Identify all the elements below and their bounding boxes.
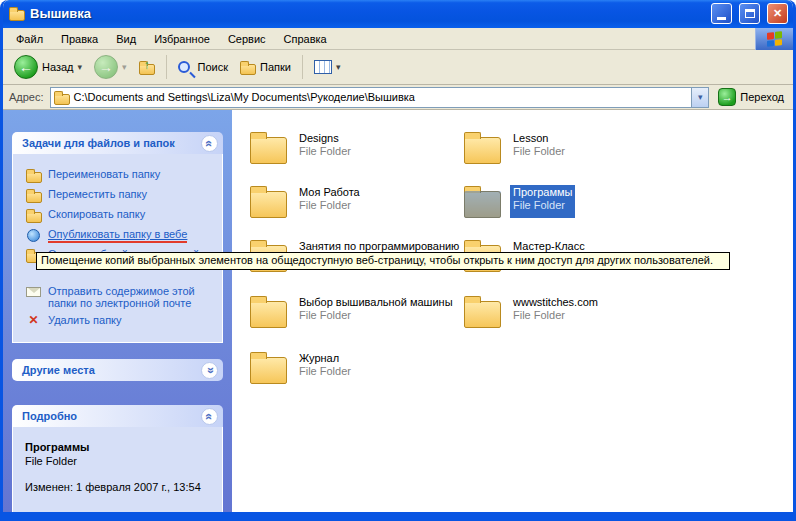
search-icon	[178, 61, 190, 73]
back-button[interactable]: ← Назад ▾	[9, 52, 87, 82]
explorer-window: Вышивка ✕ Файл Правка Вид Избранное Серв…	[0, 0, 796, 521]
details-header[interactable]: Подробно «	[12, 405, 223, 427]
window-title: Вышивка	[30, 6, 704, 21]
views-button[interactable]: ▾	[309, 57, 346, 77]
menu-favorites[interactable]: Избранное	[145, 30, 219, 48]
menu-help[interactable]: Справка	[275, 30, 336, 48]
chevron-down-icon: ▾	[698, 92, 703, 102]
address-label: Адрес:	[9, 91, 44, 103]
up-folder-icon: ↑	[139, 64, 155, 75]
folder-programmy-selected[interactable]: Программы File Folder	[464, 185, 575, 218]
other-places-title: Другие места	[22, 364, 95, 376]
folder-type: File Folder	[299, 145, 351, 157]
folder-type: File Folder	[513, 199, 565, 211]
menu-file[interactable]: Файл	[7, 30, 52, 48]
search-button[interactable]: Поиск	[173, 58, 233, 76]
windows-flag-icon	[767, 31, 782, 47]
task-move-label[interactable]: Переместить папку	[48, 188, 147, 200]
folder-vybor-mashiny[interactable]: Выбор вышивальной машины File Folder	[250, 295, 456, 328]
folder-icon	[464, 191, 501, 218]
folder-lesson[interactable]: Lesson File Folder	[464, 131, 568, 164]
views-icon	[314, 60, 332, 74]
address-input[interactable]: C:\Documents and Settings\Liza\My Docume…	[50, 87, 710, 108]
folder-type: File Folder	[299, 199, 351, 211]
go-label: Переход	[740, 91, 784, 103]
details-folder-name: Программы	[25, 441, 216, 453]
task-copy-folder[interactable]: Скопировать папку	[25, 208, 216, 223]
file-folder-tasks-body: Переименовать папку Переместить папку Ск…	[12, 154, 223, 343]
menu-tools[interactable]: Сервис	[219, 30, 275, 48]
folder-designs[interactable]: Designs File Folder	[250, 131, 354, 164]
task-email-folder[interactable]: Отправить содержимое этой папки по элект…	[25, 285, 216, 309]
folder-icon	[250, 137, 287, 164]
folder-icon	[464, 301, 501, 328]
folder-view: Designs File Folder Lesson File Folder М…	[232, 110, 793, 512]
maximize-button[interactable]	[739, 3, 760, 24]
folder-icon	[250, 301, 287, 328]
folder-name: Журнал	[299, 352, 339, 364]
file-folder-tasks-title: Задачи для файлов и папок	[22, 137, 175, 149]
up-button[interactable]: ↑	[134, 57, 160, 78]
folder-wwwstitches[interactable]: wwwstitches.com File Folder	[464, 295, 601, 328]
details-modified: Изменен: 1 февраля 2007 г., 13:54	[25, 481, 216, 493]
collapse-chevron-up-icon[interactable]: «	[201, 135, 218, 152]
up-arrow-icon: ↑	[144, 58, 150, 72]
task-delete-folder[interactable]: ✕ Удалить папку	[25, 314, 216, 327]
folder-moya-rabota[interactable]: Моя Работа File Folder	[250, 185, 363, 218]
details-body: Программы File Folder Изменен: 1 февраля…	[12, 427, 223, 512]
task-email-label[interactable]: Отправить содержимое этой папки по элект…	[48, 285, 216, 309]
task-rename-folder[interactable]: Переименовать папку	[25, 168, 216, 183]
collapse-chevron-up-icon[interactable]: «	[201, 408, 218, 425]
window-folder-icon	[9, 10, 25, 21]
minimize-icon	[717, 17, 726, 20]
address-folder-icon	[54, 94, 70, 105]
task-publish-label[interactable]: Опубликовать папку в вебе	[48, 228, 187, 243]
panel-details: Подробно « Программы File Folder Изменен…	[12, 405, 223, 512]
folder-icon	[250, 191, 287, 218]
address-dropdown-button[interactable]: ▾	[691, 88, 708, 107]
folder-name: Программы	[513, 186, 572, 198]
task-delete-label[interactable]: Удалить папку	[48, 314, 122, 326]
minimize-button[interactable]	[711, 3, 732, 24]
folder-type: File Folder	[299, 309, 351, 321]
forward-button[interactable]: → ▾	[89, 52, 132, 82]
details-folder-type: File Folder	[25, 455, 216, 467]
rename-folder-icon	[25, 168, 42, 183]
details-title: Подробно	[22, 410, 77, 422]
folder-type: File Folder	[299, 365, 351, 377]
task-move-folder[interactable]: Переместить папку	[25, 188, 216, 203]
other-places-header[interactable]: Другие места «	[12, 359, 223, 381]
address-bar: Адрес: C:\Documents and Settings\Liza\My…	[3, 85, 793, 110]
folder-type: File Folder	[513, 309, 565, 321]
go-button[interactable]: → Переход	[715, 86, 787, 108]
file-folder-tasks-header[interactable]: Задачи для файлов и папок «	[12, 132, 223, 154]
folders-icon	[240, 64, 256, 75]
task-copy-label[interactable]: Скопировать папку	[48, 208, 145, 220]
folder-name: Занятия по программированию	[299, 240, 459, 252]
close-button[interactable]: ✕	[767, 3, 788, 24]
folder-name: Lesson	[513, 132, 548, 144]
task-publish-folder-web[interactable]: Опубликовать папку в вебе	[25, 228, 216, 243]
toolbar-separator	[166, 55, 167, 79]
titlebar[interactable]: Вышивка ✕	[3, 0, 793, 28]
expand-chevron-down-icon[interactable]: «	[201, 362, 218, 379]
views-dropdown-icon: ▾	[336, 62, 341, 72]
move-folder-icon	[25, 188, 42, 203]
panel-file-folder-tasks: Задачи для файлов и папок « Переименоват…	[12, 132, 223, 343]
go-icon: →	[718, 88, 736, 106]
panel-other-places: Другие места «	[12, 359, 223, 381]
maximize-icon	[745, 9, 755, 18]
folder-name: Выбор вышивальной машины	[299, 296, 453, 308]
search-label: Поиск	[198, 61, 228, 73]
menu-edit[interactable]: Правка	[52, 30, 107, 48]
folders-button[interactable]: Папки	[235, 57, 296, 78]
toolbar: ← Назад ▾ → ▾ ↑ Поиск Папки ▾	[3, 50, 793, 85]
folders-label: Папки	[260, 61, 291, 73]
address-path: C:\Documents and Settings\Liza\My Docume…	[74, 91, 415, 103]
folder-type: File Folder	[513, 145, 565, 157]
menu-view[interactable]: Вид	[107, 30, 145, 48]
back-dropdown-icon[interactable]: ▾	[78, 62, 83, 72]
folder-zhurnal[interactable]: Журнал File Folder	[250, 351, 354, 384]
publish-web-icon	[25, 228, 42, 242]
task-rename-label[interactable]: Переименовать папку	[48, 168, 160, 180]
